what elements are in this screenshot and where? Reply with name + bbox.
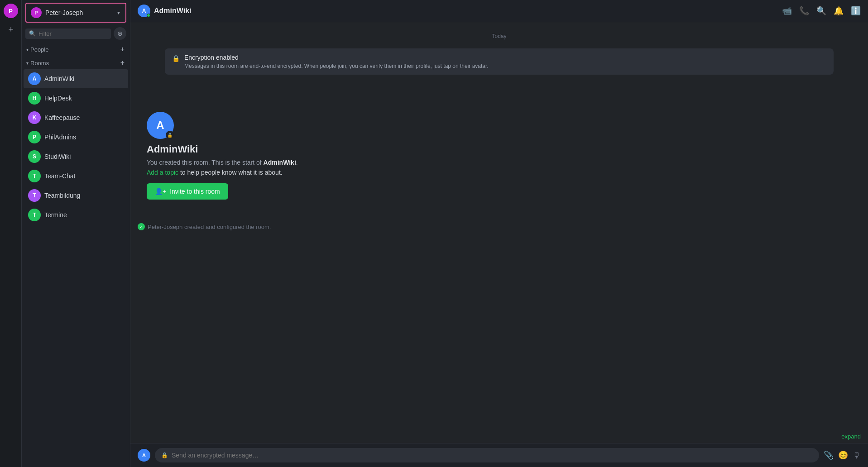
input-avatar: A bbox=[138, 449, 150, 462]
video-call-button[interactable]: 📹 bbox=[782, 6, 792, 16]
add-topic-suffix: to help people know what it is about. bbox=[178, 169, 283, 176]
people-section-header[interactable]: ▾ People + bbox=[22, 42, 130, 55]
account-name: Peter-Joseph bbox=[45, 9, 116, 16]
room-name: StudiWiki bbox=[44, 153, 71, 160]
rooms-section-header[interactable]: ▾ Rooms + bbox=[22, 55, 130, 69]
room-avatar: P bbox=[28, 131, 41, 143]
notifications-button[interactable]: 🔔 bbox=[834, 6, 844, 16]
emoji-button[interactable]: 😊 bbox=[838, 450, 848, 460]
voice-call-button[interactable]: 📞 bbox=[799, 6, 809, 16]
room-name: Kaffeepause bbox=[44, 114, 80, 121]
room-name: Termine bbox=[44, 211, 67, 219]
room-item-adminwiki[interactable]: AAdminWiki bbox=[24, 69, 128, 88]
attachment-button[interactable]: 📎 bbox=[824, 450, 834, 460]
room-info: A 🔒 AdminWiki You created this room. Thi… bbox=[138, 112, 861, 200]
rooms-section-title: Rooms bbox=[30, 60, 120, 67]
encryption-description: Messages in this room are end-to-end enc… bbox=[184, 63, 489, 69]
account-header[interactable]: P Peter-Joseph ▼ bbox=[25, 3, 126, 23]
search-bar: 🔍 ⊕ bbox=[25, 27, 126, 40]
room-avatar: H bbox=[28, 92, 41, 105]
room-avatar: S bbox=[28, 150, 41, 163]
lock-icon: 🔒 bbox=[172, 55, 180, 62]
invite-button-label: Invite to this room bbox=[170, 188, 220, 195]
message-input-wrapper: 🔒 bbox=[155, 448, 819, 462]
room-name: HelpDesk bbox=[44, 95, 72, 102]
room-avatar: T bbox=[28, 170, 41, 182]
messages-area[interactable]: Today 🔒 Encryption enabled Messages in t… bbox=[130, 22, 868, 443]
room-name: PhilAdmins bbox=[44, 133, 76, 141]
chevron-icon: ▾ bbox=[26, 47, 29, 52]
room-desc-text: You created this room. This is the start… bbox=[147, 159, 264, 166]
user-avatar[interactable]: P bbox=[4, 4, 18, 18]
person-plus-icon: 👤+ bbox=[155, 188, 166, 195]
rooms-panel: P Peter-Joseph ▼ 🔍 ⊕ ▾ People + ▾ Rooms … bbox=[22, 0, 130, 467]
add-button[interactable]: ＋ bbox=[4, 22, 18, 36]
room-avatar: A bbox=[28, 72, 41, 85]
system-message-text: Peter-Joseph created and configured the … bbox=[148, 224, 271, 230]
date-divider: Today bbox=[138, 33, 861, 39]
people-add-button[interactable]: + bbox=[120, 45, 125, 53]
room-avatar: T bbox=[28, 189, 41, 202]
room-list: AAdminWikiHHelpDeskKKaffeepausePPhilAdmi… bbox=[22, 69, 130, 225]
room-item-team-chat[interactable]: TTeam-Chat bbox=[24, 167, 128, 186]
message-input[interactable] bbox=[172, 452, 813, 459]
chevron-icon: ▾ bbox=[26, 61, 29, 66]
chat-room-avatar: A bbox=[138, 5, 150, 17]
search-icon: 🔍 bbox=[29, 30, 36, 37]
invite-button[interactable]: 👤+ Invite to this room bbox=[147, 183, 228, 200]
input-actions: 📎 😊 🎙 bbox=[824, 450, 861, 460]
info-button[interactable]: ℹ️ bbox=[851, 6, 861, 16]
room-avatar: T bbox=[28, 209, 41, 221]
room-info-avatar: A 🔒 bbox=[147, 112, 174, 139]
chevron-down-icon: ▼ bbox=[116, 10, 121, 15]
header-actions: 📹 📞 🔍 🔔 ℹ️ bbox=[782, 6, 861, 16]
room-info-desc: You created this room. This is the start… bbox=[147, 159, 298, 166]
room-item-philadmins[interactable]: PPhilAdmins bbox=[24, 128, 128, 147]
filter-input[interactable] bbox=[38, 30, 107, 37]
account-avatar: P bbox=[31, 7, 42, 18]
people-section-title: People bbox=[30, 46, 120, 53]
room-avatar: K bbox=[28, 111, 41, 124]
room-desc-period: . bbox=[296, 159, 298, 166]
room-name: AdminWiki bbox=[44, 75, 74, 82]
message-input-area: A 🔒 📎 😊 🎙 bbox=[130, 443, 868, 467]
room-item-termine[interactable]: TTermine bbox=[24, 205, 128, 224]
encryption-text-block: Encryption enabled Messages in this room… bbox=[184, 54, 489, 69]
room-name: Teambildung bbox=[44, 192, 80, 199]
voice-message-button[interactable]: 🎙 bbox=[853, 451, 861, 460]
room-info-section: A 🔒 AdminWiki You created this room. Thi… bbox=[138, 94, 861, 200]
encryption-title: Encryption enabled bbox=[184, 54, 489, 61]
chat-area: A AdminWiki 📹 📞 🔍 🔔 ℹ️ Today 🔒 Encryptio… bbox=[130, 0, 868, 467]
room-item-studiwiki[interactable]: SStudiWiki bbox=[24, 147, 128, 166]
system-message: ✓ Peter-Joseph created and configured th… bbox=[138, 223, 861, 230]
message-lock-icon: 🔒 bbox=[161, 452, 168, 458]
system-icon: ✓ bbox=[138, 223, 145, 230]
room-item-teambildung[interactable]: TTeambildung bbox=[24, 186, 128, 205]
room-name: Team-Chat bbox=[44, 172, 75, 180]
encryption-notice: 🔒 Encryption enabled Messages in this ro… bbox=[165, 48, 834, 75]
rooms-add-button[interactable]: + bbox=[120, 59, 125, 67]
app-sidebar: P ＋ bbox=[0, 0, 22, 467]
add-topic-line: Add a topic to help people know what it … bbox=[147, 169, 283, 176]
chat-header: A AdminWiki 📹 📞 🔍 🔔 ℹ️ bbox=[130, 0, 868, 22]
room-item-kaffeepause[interactable]: KKaffeepause bbox=[24, 108, 128, 127]
online-indicator bbox=[147, 14, 150, 17]
expand-link[interactable]: expand bbox=[841, 433, 861, 440]
filter-input-wrapper: 🔍 bbox=[25, 29, 111, 39]
crown-icon: 🔒 bbox=[166, 131, 174, 139]
room-info-name: AdminWiki bbox=[147, 143, 198, 155]
room-item-helpdesk[interactable]: HHelpDesk bbox=[24, 89, 128, 108]
compose-button[interactable]: ⊕ bbox=[114, 27, 126, 40]
search-button[interactable]: 🔍 bbox=[816, 6, 826, 16]
chat-room-name: AdminWiki bbox=[154, 7, 192, 15]
room-desc-bold: AdminWiki bbox=[264, 159, 296, 166]
add-topic-link[interactable]: Add a topic bbox=[147, 169, 178, 176]
